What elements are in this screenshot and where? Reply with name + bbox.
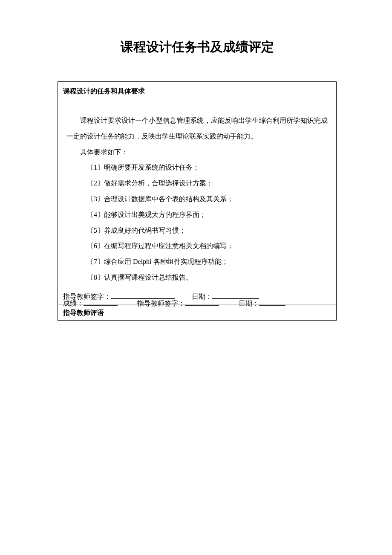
list-item: 〔4〕能够设计出美观大方的程序界面； [66, 207, 328, 223]
list-item: 〔7〕综合应用 Delphi 各种组件实现程序功能； [66, 254, 328, 270]
page-title: 课程设计任务书及成绩评定 [58, 38, 337, 56]
list-item: 〔5〕养成良好的代码书写习惯； [66, 223, 328, 239]
date-blank-2 [259, 305, 285, 306]
teacher-sign-field: 指导教师签字： [137, 299, 219, 308]
task-body: 课程设计要求设计一个小型信息管理系统，应能反响出学生综合利用所学知识完成一定的设… [58, 98, 336, 291]
list-item: 〔1〕明确所要开发系统的设计任务； [66, 160, 328, 176]
list-item: 〔3〕合理设计数据库中各个表的结构及其关系； [66, 191, 328, 207]
date-field: 日期： [239, 299, 285, 308]
requirements-heading: 具体要求如下： [66, 145, 328, 160]
sign-blank [111, 298, 175, 299]
intro-paragraph: 课程设计要求设计一个小型信息管理系统，应能反响出学生综合利用所学知识完成一定的设… [66, 113, 328, 145]
task-section: 课程设计的任务和具体要求 课程设计要求设计一个小型信息管理系统，应能反响出学生综… [58, 82, 337, 304]
list-item: 〔2〕做好需求分析，合理选择设计方案； [66, 176, 328, 191]
grade-field: 成绩： [63, 299, 118, 308]
list-item: 〔6〕在编写程序过程中应注意相关文档的编写； [66, 238, 328, 254]
task-header: 课程设计的任务和具体要求 [58, 82, 336, 98]
sign-blank-2 [185, 305, 219, 306]
form-table: 课程设计的任务和具体要求 课程设计要求设计一个小型信息管理系统，应能反响出学生综… [58, 81, 337, 321]
date-label-2: 日期： [239, 300, 259, 307]
date-blank [212, 298, 259, 299]
grade-label: 成绩： [63, 300, 84, 307]
comment-footer: 成绩： 指导教师签字： 日期： [63, 299, 331, 308]
teacher-sign-label-2: 指导教师签字： [137, 300, 185, 307]
comment-section: 指导教师评语 成绩： 指导教师签字： 日期： [58, 304, 337, 320]
grade-blank [84, 305, 118, 306]
list-item: 〔8〕认真撰写课程设计总结报告。 [66, 270, 328, 286]
